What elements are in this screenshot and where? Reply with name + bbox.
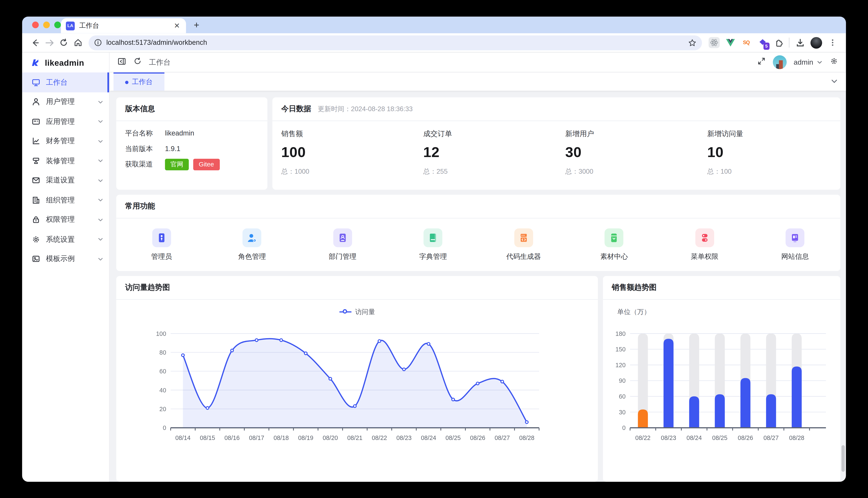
sq-extension-icon[interactable]: SQ bbox=[741, 37, 752, 48]
extensions-puzzle-icon[interactable] bbox=[773, 37, 784, 48]
official-site-button[interactable]: 官网 bbox=[165, 158, 189, 170]
new-tab-button[interactable]: + bbox=[194, 20, 199, 31]
stat-new-visits: 新增访问量 10 总：100 bbox=[699, 129, 841, 190]
update-time: 更新时间：2024-08-28 18:36:33 bbox=[318, 104, 413, 114]
svg-text:08/14: 08/14 bbox=[175, 434, 191, 441]
downloads-icon[interactable] bbox=[794, 37, 806, 48]
gitee-button[interactable]: Gitee bbox=[193, 158, 219, 170]
sidebar-item-permissions[interactable]: 权限管理 bbox=[22, 210, 109, 230]
tag-label: 工作台 bbox=[132, 77, 153, 87]
svg-text:08/28: 08/28 bbox=[519, 434, 534, 441]
sidebar-item-label: 工作台 bbox=[46, 77, 104, 87]
svg-text:0: 0 bbox=[163, 424, 166, 431]
site-info-icon[interactable] bbox=[94, 39, 102, 46]
brand[interactable]: likeadmin bbox=[22, 52, 109, 72]
card-title: 今日数据 bbox=[281, 104, 311, 114]
card-title: 访问量趋势图 bbox=[125, 283, 170, 293]
site-favicon: LA bbox=[66, 21, 75, 30]
settings-gear-icon[interactable] bbox=[830, 57, 838, 67]
sidebar-item-finance[interactable]: 财务管理 bbox=[22, 131, 109, 151]
screenshot-stage: LA 工作台 ✕ + localhost:5173/admin/workben bbox=[0, 0, 868, 498]
chevron-down-icon bbox=[98, 99, 104, 105]
chevron-down-icon bbox=[98, 217, 104, 223]
chevron-down-icon bbox=[98, 197, 104, 203]
sidebar-item-label: 用户管理 bbox=[46, 97, 92, 107]
browser-tabstrip: LA 工作台 ✕ + bbox=[22, 17, 846, 33]
back-icon[interactable] bbox=[28, 36, 42, 50]
function-roles[interactable]: 角色管理 bbox=[207, 228, 297, 261]
zoom-window-button[interactable] bbox=[54, 22, 61, 28]
gear-icon bbox=[31, 235, 40, 244]
refresh-icon[interactable] bbox=[133, 57, 142, 67]
svg-text:08/20: 08/20 bbox=[323, 434, 338, 441]
function-admin[interactable]: 管理员 bbox=[116, 228, 207, 261]
sidebar-item-decoration[interactable]: 装修管理 bbox=[22, 151, 109, 171]
function-dictionary[interactable]: 字典管理 bbox=[388, 228, 478, 261]
main-area: 工作台 admin bbox=[110, 52, 846, 482]
sidebar-item-users[interactable]: 用户管理 bbox=[22, 92, 109, 112]
browser-window: LA 工作台 ✕ + localhost:5173/admin/workben bbox=[22, 17, 846, 482]
material-center-icon bbox=[605, 228, 624, 247]
function-material-center[interactable]: 素材中心 bbox=[569, 228, 659, 261]
collapse-sidebar-icon[interactable] bbox=[117, 57, 126, 68]
sidebar-item-system-settings[interactable]: 系统设置 bbox=[22, 230, 109, 249]
user-avatar[interactable] bbox=[773, 55, 787, 69]
bookmark-star-icon[interactable] bbox=[688, 38, 697, 47]
function-menu-permissions[interactable]: 菜单权限 bbox=[659, 228, 750, 261]
vue-devtools-icon[interactable] bbox=[725, 37, 736, 48]
browser-profile-avatar[interactable] bbox=[810, 37, 822, 48]
browser-menu-kebab-icon[interactable] bbox=[827, 37, 838, 48]
svg-text:60: 60 bbox=[159, 368, 166, 375]
tag-workbench[interactable]: 工作台 bbox=[113, 73, 164, 91]
user-chevron-down-icon[interactable] bbox=[817, 59, 823, 65]
chevron-down-icon bbox=[98, 256, 104, 262]
chart-legend[interactable]: 访问量 bbox=[116, 307, 598, 317]
sider-extension-icon[interactable]: 5 bbox=[757, 37, 768, 48]
svg-text:90: 90 bbox=[619, 377, 626, 384]
sidebar-item-label: 模板示例 bbox=[46, 254, 92, 264]
paint-roller-icon bbox=[31, 156, 40, 165]
tab-close-icon[interactable]: ✕ bbox=[173, 22, 181, 29]
url-text: localhost:5173/admin/workbench bbox=[106, 39, 684, 46]
admin-badge-icon bbox=[152, 228, 171, 247]
svg-text:180: 180 bbox=[615, 330, 626, 337]
card-title: 版本信息 bbox=[125, 104, 155, 114]
svg-text:08/28: 08/28 bbox=[789, 434, 804, 441]
svg-text:08/26: 08/26 bbox=[738, 434, 753, 441]
svg-text:60: 60 bbox=[619, 393, 626, 400]
card-title: 销售额趋势图 bbox=[612, 283, 656, 293]
svg-text:08/24: 08/24 bbox=[421, 434, 436, 441]
sidebar-item-label: 应用管理 bbox=[46, 117, 92, 127]
svg-text:150: 150 bbox=[615, 346, 626, 353]
username[interactable]: admin bbox=[794, 58, 813, 66]
home-icon[interactable] bbox=[71, 36, 85, 50]
sidebar-item-organization[interactable]: 组织管理 bbox=[22, 190, 109, 210]
svg-text:08/22: 08/22 bbox=[635, 434, 650, 441]
sidebar-item-template-examples[interactable]: 模板示例 bbox=[22, 249, 109, 269]
role-user-gear-icon bbox=[243, 228, 261, 247]
forward-icon[interactable] bbox=[42, 36, 56, 50]
card-title: 常用功能 bbox=[125, 201, 155, 211]
minimize-window-button[interactable] bbox=[43, 22, 50, 28]
function-site-info[interactable]: 网站信息 bbox=[750, 228, 841, 261]
address-bar[interactable]: localhost:5173/admin/workbench bbox=[89, 35, 702, 50]
browser-tab[interactable]: LA 工作台 ✕ bbox=[61, 18, 186, 33]
close-window-button[interactable] bbox=[32, 22, 39, 28]
user-icon bbox=[31, 97, 40, 106]
sidebar-item-label: 权限管理 bbox=[46, 215, 92, 225]
sidebar: likeadmin 工作台 用户管理 应用管理 bbox=[22, 52, 110, 482]
react-devtools-icon[interactable] bbox=[709, 37, 720, 48]
scrollbar-thumb[interactable] bbox=[842, 445, 845, 472]
svg-text:08/23: 08/23 bbox=[396, 434, 411, 441]
svg-text:08/18: 08/18 bbox=[273, 434, 289, 441]
reload-icon[interactable] bbox=[56, 36, 71, 50]
sidebar-item-channels[interactable]: 渠道设置 bbox=[22, 171, 109, 190]
svg-text:08/19: 08/19 bbox=[298, 434, 313, 441]
function-code-generator[interactable]: 代码生成器 bbox=[478, 228, 569, 261]
menu-permissions-toggle-icon bbox=[695, 228, 714, 247]
tagbar-chevron-down-icon[interactable] bbox=[830, 77, 838, 88]
sidebar-item-workbench[interactable]: 工作台 bbox=[22, 73, 109, 92]
function-departments[interactable]: 部门管理 bbox=[297, 228, 388, 261]
fullscreen-icon[interactable] bbox=[757, 57, 765, 67]
sidebar-item-applications[interactable]: 应用管理 bbox=[22, 112, 109, 131]
